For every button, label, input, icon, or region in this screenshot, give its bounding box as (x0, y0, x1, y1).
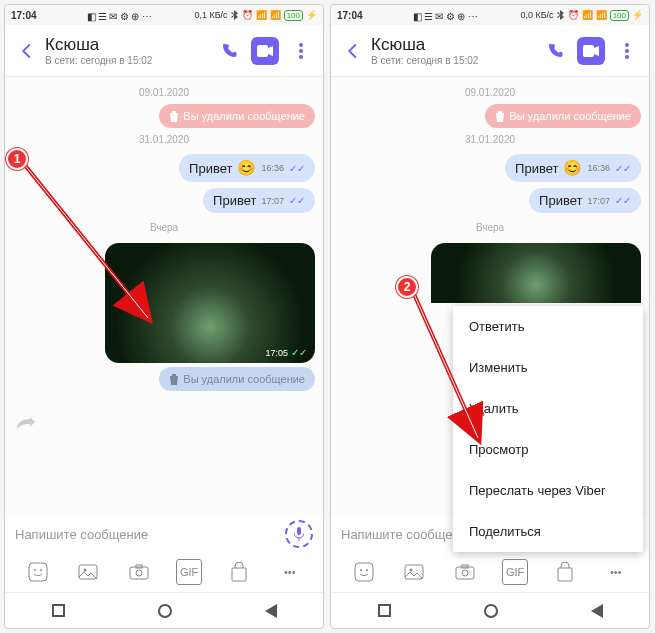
status-notif-icons: ◧☰✉⚙⊕⋯ (87, 11, 150, 19)
camera-icon[interactable] (452, 559, 478, 585)
charging-icon: ⚡ (632, 10, 643, 20)
date-separator: 31.01.2020 (13, 134, 315, 145)
read-ticks-icon: ✓✓ (289, 195, 305, 206)
message-time: 16:36 (587, 163, 610, 173)
step-badge-2: 2 (396, 276, 418, 298)
message-time: 17:07 (587, 196, 610, 206)
date-separator: Вчера (339, 222, 641, 233)
message-time: 17:07 (261, 196, 284, 206)
date-separator: 09.01.2020 (339, 87, 641, 98)
status-time: 17:04 (337, 10, 363, 21)
deleted-message: Вы удалили сообщение (159, 104, 315, 128)
phone-screenshot-1: 17:04 ◧☰✉⚙⊕⋯ 0,1 КБ/с ⏰ 📶 📶 100 ⚡ Ксюша … (4, 4, 324, 629)
call-icon[interactable] (215, 37, 243, 65)
menu-delete[interactable]: Удалить (453, 388, 643, 429)
back-icon[interactable] (339, 37, 367, 65)
gallery-icon[interactable] (401, 559, 427, 585)
sticker-icon[interactable] (351, 559, 377, 585)
video-call-icon[interactable] (577, 37, 605, 65)
svg-point-9 (84, 569, 87, 572)
back-icon[interactable] (13, 37, 41, 65)
message-bubble[interactable]: Привет 😊 16:36 ✓✓ (179, 154, 315, 182)
svg-point-7 (40, 569, 42, 571)
more-icon[interactable] (613, 37, 641, 65)
nav-back-icon[interactable] (591, 604, 603, 618)
gif-icon[interactable]: GIF (502, 559, 528, 585)
bluetooth-icon (557, 10, 565, 20)
microphone-icon[interactable] (285, 520, 313, 548)
message-bubble[interactable]: Привет 17:07 ✓✓ (529, 188, 641, 213)
read-ticks-icon: ✓✓ (615, 163, 631, 174)
read-ticks-icon: ✓✓ (615, 195, 631, 206)
menu-edit[interactable]: Изменить (453, 347, 643, 388)
image-message[interactable]: 17:05 ✓✓ (105, 243, 315, 363)
phone-screenshot-2: 17:04 ◧☰✉⚙⊕⋯ 0,0 КБ/с ⏰ 📶 📶 100 ⚡ Ксюша … (330, 4, 650, 629)
message-input-bar[interactable]: Напишите сообщение (5, 516, 323, 552)
message-context-menu: Ответить Изменить Удалить Просмотр Перес… (453, 306, 643, 552)
svg-point-11 (136, 570, 142, 576)
trash-icon (169, 374, 179, 385)
trash-icon (495, 111, 505, 122)
more-attachments-icon[interactable]: ••• (603, 559, 629, 585)
nav-recent-icon[interactable] (52, 604, 65, 617)
bluetooth-icon (231, 10, 239, 20)
nav-home-icon[interactable] (484, 604, 498, 618)
charging-icon: ⚡ (306, 10, 317, 20)
svg-rect-5 (29, 563, 47, 581)
nav-back-icon[interactable] (265, 604, 277, 618)
deleted-message: Вы удалили сообщение (485, 104, 641, 128)
nav-recent-icon[interactable] (378, 604, 391, 617)
call-icon[interactable] (541, 37, 569, 65)
gallery-icon[interactable] (75, 559, 101, 585)
svg-point-3 (299, 55, 303, 59)
emoji-smile: 😊 (563, 159, 582, 177)
camera-icon[interactable] (126, 559, 152, 585)
menu-forward[interactable]: Переслать через Viber (453, 470, 643, 511)
forward-arrow-icon[interactable] (17, 417, 35, 434)
status-time: 17:04 (11, 10, 37, 21)
image-message[interactable] (431, 243, 641, 303)
read-ticks-icon: ✓✓ (289, 163, 305, 174)
menu-reply[interactable]: Ответить (453, 306, 643, 347)
svg-rect-13 (232, 568, 246, 581)
chat-title-block[interactable]: Ксюша В сети: сегодня в 15:02 (371, 35, 541, 66)
svg-point-23 (410, 569, 413, 572)
message-bubble[interactable]: Привет 17:07 ✓✓ (203, 188, 315, 213)
menu-share[interactable]: Поделиться (453, 511, 643, 552)
sticker-icon[interactable] (25, 559, 51, 585)
wifi-icon: 📶 (596, 10, 607, 20)
message-input[interactable]: Напишите сообщение (15, 527, 277, 542)
net-speed: 0,0 КБ/с (520, 10, 553, 20)
contact-name: Ксюша (45, 35, 215, 55)
svg-point-1 (299, 43, 303, 47)
video-call-icon[interactable] (251, 37, 279, 65)
svg-point-21 (366, 569, 368, 571)
contact-name: Ксюша (371, 35, 541, 55)
message-bubble[interactable]: Привет 😊 16:36 ✓✓ (505, 154, 641, 182)
battery-indicator: 100 (284, 10, 303, 21)
svg-point-25 (462, 570, 468, 576)
svg-rect-19 (355, 563, 373, 581)
status-right: 0,0 КБ/с ⏰ 📶 📶 100 ⚡ (520, 10, 643, 21)
step-badge-1: 1 (6, 148, 28, 170)
svg-point-6 (34, 569, 36, 571)
chat-title-block[interactable]: Ксюша В сети: сегодня в 15:02 (45, 35, 215, 66)
more-icon[interactable] (287, 37, 315, 65)
contact-status: В сети: сегодня в 15:02 (45, 55, 215, 66)
svg-rect-14 (583, 45, 594, 57)
alarm-icon: ⏰ (568, 10, 579, 20)
gif-icon[interactable]: GIF (176, 559, 202, 585)
svg-point-17 (625, 55, 629, 59)
shop-icon[interactable] (226, 559, 252, 585)
svg-point-20 (360, 569, 362, 571)
messages-area[interactable]: 09.01.2020 Вы удалили сообщение 31.01.20… (5, 77, 323, 516)
nav-home-icon[interactable] (158, 604, 172, 618)
svg-point-2 (299, 49, 303, 53)
more-attachments-icon[interactable]: ••• (277, 559, 303, 585)
emoji-smile: 😊 (237, 159, 256, 177)
android-navbar (5, 592, 323, 628)
message-text: Привет (213, 193, 256, 208)
shop-icon[interactable] (552, 559, 578, 585)
menu-view[interactable]: Просмотр (453, 429, 643, 470)
date-separator: 09.01.2020 (13, 87, 315, 98)
